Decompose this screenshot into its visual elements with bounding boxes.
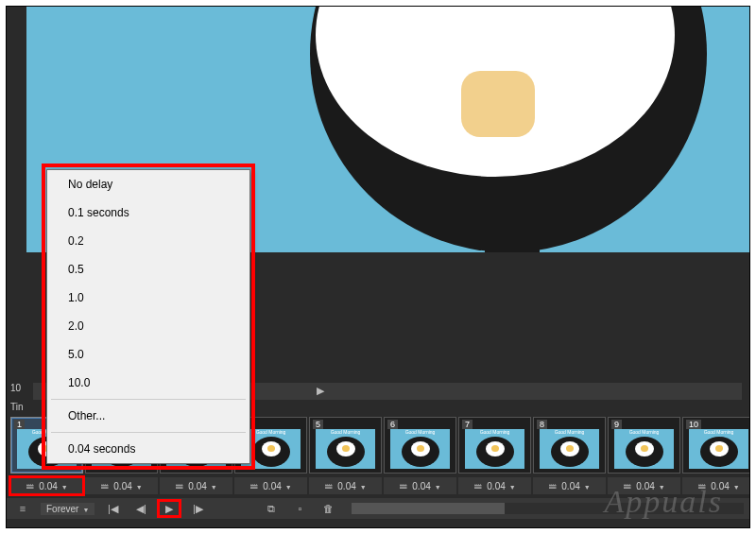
chevron-down-icon bbox=[211, 481, 217, 491]
scrollbar-thumb[interactable] bbox=[352, 503, 505, 514]
egg-yolk bbox=[461, 71, 535, 137]
frame-icon bbox=[324, 481, 334, 491]
frame-8[interactable]: 8 Good Morning bbox=[533, 417, 606, 474]
frame-delay-dropdown-10[interactable]: 0.04 bbox=[682, 477, 750, 494]
delay-menu-popup: No delay 0.1 seconds 0.2 0.5 1.0 2.0 5.0… bbox=[46, 169, 250, 464]
timeline-options-button[interactable]: ≡ bbox=[12, 501, 33, 516]
frame-thumbnail: Good Morning bbox=[614, 429, 674, 469]
frame-thumbnail: Good Morning bbox=[316, 429, 375, 469]
delete-frame-button[interactable]: 🗑 bbox=[318, 501, 338, 516]
frame-number: 9 bbox=[611, 420, 622, 429]
next-frame-button[interactable]: |▶ bbox=[187, 501, 208, 516]
frame-delay-dropdown-9[interactable]: 0.04 bbox=[608, 477, 680, 494]
delay-value: 0.04 bbox=[113, 481, 131, 491]
frame-delay-dropdown-8[interactable]: 0.04 bbox=[533, 477, 606, 494]
delay-value: 0.04 bbox=[636, 481, 654, 491]
frame-number: 8 bbox=[537, 420, 547, 429]
frame-delay-dropdown-1[interactable]: 0.04 bbox=[10, 477, 83, 494]
frame-delay-dropdown-4[interactable]: 0.04 bbox=[234, 477, 307, 494]
frame-number: 7 bbox=[462, 420, 472, 429]
delay-option-other[interactable]: Other... bbox=[47, 402, 249, 430]
delay-option-current[interactable]: 0.04 seconds bbox=[47, 435, 249, 463]
frame-icon bbox=[697, 481, 707, 491]
chevron-down-icon bbox=[285, 481, 292, 491]
frame-number: 10 bbox=[686, 420, 701, 429]
delay-option-0-2[interactable]: 0.2 bbox=[47, 227, 249, 255]
frame-icon bbox=[623, 481, 632, 491]
frame-number: 6 bbox=[387, 420, 398, 429]
first-frame-button[interactable]: |◀ bbox=[102, 501, 123, 516]
play-icon[interactable]: ▶ bbox=[317, 385, 324, 397]
delay-option-no-delay[interactable]: No delay bbox=[47, 170, 249, 198]
delay-value: 0.04 bbox=[263, 481, 281, 491]
frame-5[interactable]: 5 Good Morning bbox=[309, 417, 382, 474]
duplicate-frame-button[interactable]: ▫ bbox=[289, 501, 310, 516]
play-button[interactable]: ▶ bbox=[159, 501, 180, 516]
delay-option-0-1[interactable]: 0.1 seconds bbox=[47, 198, 249, 227]
delay-option-5-0[interactable]: 5.0 bbox=[47, 340, 249, 369]
frame-thumbnail: Good Morning bbox=[689, 429, 748, 469]
delay-value: 0.04 bbox=[39, 481, 57, 491]
chevron-down-icon bbox=[136, 481, 143, 491]
delay-value: 0.04 bbox=[337, 481, 355, 491]
frame-delay-dropdown-6[interactable]: 0.04 bbox=[384, 477, 456, 494]
frame-delay-dropdown-2[interactable]: 0.04 bbox=[85, 477, 158, 494]
timeline-scrollbar[interactable] bbox=[352, 503, 744, 514]
delay-value: 0.04 bbox=[561, 481, 579, 491]
menu-separator bbox=[51, 432, 246, 433]
panel-row-label: 10 bbox=[7, 383, 33, 393]
frame-delay-dropdown-7[interactable]: 0.04 bbox=[458, 477, 531, 494]
menu-separator bbox=[51, 399, 246, 400]
loop-count-dropdown[interactable]: Forever bbox=[41, 503, 94, 515]
loop-label: Forever bbox=[46, 504, 78, 514]
chevron-down-icon bbox=[733, 481, 740, 491]
app-window: 10 Tin ▶ 1 Good Morning 2 Good Morning 3… bbox=[6, 6, 750, 528]
frame-thumbnail: Good Morning bbox=[540, 429, 599, 469]
delay-option-0-5[interactable]: 0.5 bbox=[47, 255, 249, 284]
chevron-down-icon bbox=[435, 481, 441, 491]
frame-thumbnail: Good Morning bbox=[465, 429, 524, 469]
frame-10[interactable]: 10 Good Morning bbox=[682, 417, 750, 474]
chevron-down-icon bbox=[360, 481, 367, 491]
frame-delay-row: 0.04 0.04 0.04 0.04 0.04 0.04 bbox=[7, 477, 749, 496]
frame-icon bbox=[175, 481, 184, 491]
delay-option-1-0[interactable]: 1.0 bbox=[47, 284, 249, 312]
chevron-down-icon bbox=[659, 481, 665, 491]
delay-value: 0.04 bbox=[487, 481, 505, 491]
frame-icon bbox=[249, 481, 259, 491]
chevron-down-icon bbox=[82, 504, 89, 514]
timeline-control-bar: ≡ Forever |◀ ◀| ▶ |▶ ⧉ ▫ 🗑 bbox=[7, 498, 749, 519]
tween-button[interactable]: ⧉ bbox=[261, 501, 282, 516]
frame-number: 5 bbox=[313, 420, 323, 429]
frame-9[interactable]: 9 Good Morning bbox=[608, 417, 680, 474]
frame-icon bbox=[100, 481, 110, 491]
delay-option-2-0[interactable]: 2.0 bbox=[47, 312, 249, 340]
delay-value: 0.04 bbox=[188, 481, 206, 491]
frame-number: 1 bbox=[14, 420, 25, 429]
chevron-down-icon bbox=[61, 481, 68, 491]
frame-icon bbox=[26, 481, 35, 491]
timeline-panel-label: Tin bbox=[7, 402, 33, 412]
frame-6[interactable]: 6 Good Morning bbox=[384, 417, 456, 474]
frame-7[interactable]: 7 Good Morning bbox=[458, 417, 531, 474]
chevron-down-icon bbox=[584, 481, 591, 491]
delay-option-10-0[interactable]: 10.0 bbox=[47, 369, 249, 397]
frame-icon bbox=[473, 481, 483, 491]
pan-handle bbox=[485, 205, 540, 252]
frame-icon bbox=[399, 481, 408, 491]
frame-icon bbox=[548, 481, 558, 491]
delay-value: 0.04 bbox=[711, 481, 729, 491]
frame-delay-dropdown-3[interactable]: 0.04 bbox=[160, 477, 232, 494]
previous-frame-button[interactable]: ◀| bbox=[130, 501, 151, 516]
delay-value: 0.04 bbox=[412, 481, 430, 491]
chevron-down-icon bbox=[509, 481, 516, 491]
frame-delay-dropdown-5[interactable]: 0.04 bbox=[309, 477, 382, 494]
frame-thumbnail: Good Morning bbox=[390, 429, 450, 469]
